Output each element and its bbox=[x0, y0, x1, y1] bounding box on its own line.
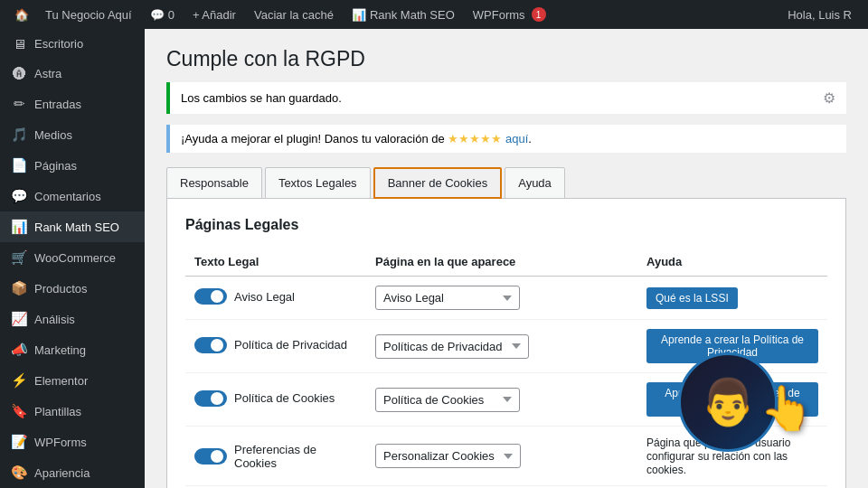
sidebar-item-escritorio[interactable]: 🖥 Escritorio bbox=[0, 29, 145, 59]
col-header-texto: Texto Legal bbox=[185, 248, 366, 277]
wp-icon: 🏠 bbox=[14, 8, 29, 22]
analisis-icon: 📈 bbox=[11, 311, 27, 327]
astra-icon: 🅐 bbox=[11, 66, 27, 81]
select-preferencias[interactable]: Personalizar Cookies bbox=[375, 444, 521, 468]
rating-bar: ¡Ayuda a mejorar el plugin! Danos tu val… bbox=[166, 125, 846, 153]
sidebar-item-plantillas[interactable]: 🔖 Plantillas bbox=[0, 396, 145, 427]
apariencia-icon: 🎨 bbox=[11, 465, 27, 481]
sidebar-item-woocommerce[interactable]: 🛒 WooCommerce bbox=[0, 242, 145, 273]
woocommerce-icon: 🛒 bbox=[11, 249, 27, 266]
sidebar-item-elementor[interactable]: ⚡ Elementor bbox=[0, 365, 145, 396]
sidebar-item-analisis[interactable]: 📈 Análisis bbox=[0, 304, 145, 334]
admin-bar: 🏠 Tu Negocio Aquí 💬 0 + Añadir Vaciar la… bbox=[0, 0, 868, 29]
comentarios-icon: 💬 bbox=[11, 188, 27, 204]
marketing-icon: 📣 bbox=[11, 342, 27, 358]
col-header-ayuda: Ayuda bbox=[637, 248, 827, 277]
admin-bar-right: Hola, Luis R bbox=[778, 8, 861, 22]
toggle-label: Preferencias de Cookies bbox=[234, 443, 357, 470]
tab-banner-cookies[interactable]: Banner de Cookies bbox=[373, 167, 503, 199]
notice-gear-icon[interactable]: ⚙ bbox=[823, 89, 835, 107]
comments-link[interactable]: 💬 0 bbox=[141, 0, 184, 29]
productos-icon: 📦 bbox=[11, 280, 27, 296]
sidebar-item-astra[interactable]: 🅐 Astra bbox=[0, 59, 145, 89]
sidebar-item-paginas[interactable]: 📄 Páginas bbox=[0, 150, 145, 181]
sidebar-item-wpforms[interactable]: 📝 WPForms bbox=[0, 427, 145, 457]
site-name[interactable]: Tu Negocio Aquí bbox=[36, 0, 141, 29]
toggle-privacidad[interactable]: Política de Privacidad bbox=[194, 337, 347, 353]
tabs: Responsable Textos Legales Banner de Coo… bbox=[166, 167, 846, 199]
toggle-aviso-legal[interactable]: Aviso Legal bbox=[194, 288, 295, 305]
toggle-track bbox=[194, 288, 227, 305]
user-greeting[interactable]: Hola, Luis R bbox=[778, 8, 861, 22]
help-btn-aviso-legal[interactable]: Qué es la LSSI bbox=[646, 287, 738, 309]
wpforms-badge: 1 bbox=[532, 7, 546, 22]
notice-success: Los cambios se han guardado. ⚙ bbox=[166, 82, 846, 114]
toggle-label: Política de Privacidad bbox=[234, 338, 347, 352]
toggle-preferencias[interactable]: Preferencias de Cookies bbox=[194, 443, 357, 470]
paginas-icon: 📄 bbox=[11, 157, 27, 174]
sidebar: 🖥 Escritorio 🅐 Astra ✏ Entradas 🎵 Medios… bbox=[0, 29, 145, 488]
toggle-track bbox=[194, 390, 227, 407]
sidebar-item-marketing[interactable]: 📣 Marketing bbox=[0, 334, 145, 365]
rankmath-icon: 📊 bbox=[11, 219, 27, 235]
card-title: Páginas Legales bbox=[185, 217, 827, 233]
elementor-icon: ⚡ bbox=[11, 372, 27, 389]
col-header-pagina: Página en la que aparece bbox=[366, 248, 637, 277]
table-row: Aviso Legal Aviso Legal Qué es la LSSI bbox=[185, 277, 827, 320]
wpforms-link[interactable]: WPForms 1 bbox=[464, 0, 555, 29]
entradas-icon: ✏ bbox=[11, 96, 27, 112]
toggle-label: Política de Cookies bbox=[234, 391, 335, 405]
tab-textos-legales[interactable]: Textos Legales bbox=[265, 167, 371, 199]
escritorio-icon: 🖥 bbox=[11, 36, 27, 52]
select-privacidad[interactable]: Políticas de Privacidad bbox=[375, 334, 529, 359]
wp-logo[interactable]: 🏠 bbox=[7, 0, 36, 29]
rating-link[interactable]: aquí bbox=[505, 132, 528, 145]
select-aviso-legal[interactable]: Aviso Legal bbox=[375, 286, 520, 310]
sidebar-item-productos[interactable]: 📦 Productos bbox=[0, 273, 145, 304]
tab-ayuda[interactable]: Ayuda bbox=[505, 167, 565, 199]
sidebar-item-comentarios[interactable]: 💬 Comentarios bbox=[0, 181, 145, 211]
sidebar-item-medios[interactable]: 🎵 Medios bbox=[0, 119, 145, 150]
rating-text: ¡Ayuda a mejorar el plugin! Danos tu val… bbox=[181, 132, 445, 145]
rank-math-link[interactable]: 📊 Rank Math SEO bbox=[343, 0, 464, 29]
toggle-track bbox=[194, 448, 227, 465]
medios-icon: 🎵 bbox=[11, 127, 27, 143]
rank-math-icon: 📊 bbox=[352, 8, 366, 22]
sidebar-item-apariencia[interactable]: 🎨 Apariencia bbox=[0, 457, 145, 488]
plantillas-icon: 🔖 bbox=[11, 403, 27, 419]
toggle-label: Aviso Legal bbox=[234, 290, 295, 304]
add-new-link[interactable]: + Añadir bbox=[184, 0, 245, 29]
tab-responsable[interactable]: Responsable bbox=[166, 167, 262, 199]
clear-cache-link[interactable]: Vaciar la caché bbox=[245, 0, 343, 29]
select-cookies[interactable]: Política de Cookies bbox=[375, 388, 520, 412]
avatar: 👨 bbox=[678, 352, 778, 452]
comment-icon: 💬 bbox=[150, 8, 165, 22]
rating-stars: ★★★★★ bbox=[448, 132, 502, 145]
notice-text: Los cambios se han guardado. bbox=[181, 91, 342, 105]
page-title: Cumple con la RGPD bbox=[166, 47, 846, 71]
toggle-track bbox=[194, 337, 227, 353]
toggle-cookies[interactable]: Política de Cookies bbox=[194, 390, 335, 407]
sidebar-item-entradas[interactable]: ✏ Entradas bbox=[0, 89, 145, 119]
sidebar-item-rankmath[interactable]: 📊 Rank Math SEO bbox=[0, 211, 145, 242]
wpforms-icon: 📝 bbox=[11, 434, 27, 450]
